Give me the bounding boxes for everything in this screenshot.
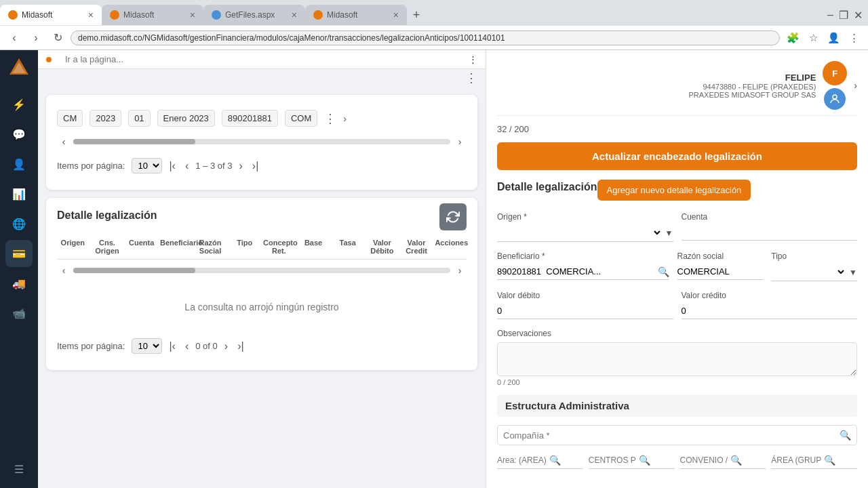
dots-menu-1[interactable]: ⋮ (465, 72, 477, 84)
tipo-dropdown[interactable]: ▼ (771, 264, 857, 281)
user-icon (829, 93, 841, 105)
first-page-btn-top[interactable]: |‹ (166, 159, 178, 174)
beneficiario-search[interactable]: 🔍 (497, 264, 669, 280)
table-scroll-thumb (73, 268, 195, 273)
th-base: Base (298, 239, 330, 255)
sidebar-item-users[interactable]: 👤 (5, 150, 33, 178)
header-dots-menu[interactable]: ⋮ (469, 54, 477, 64)
cuenta-input[interactable] (682, 224, 858, 241)
area-search-btn-2[interactable]: 🔍 (639, 455, 650, 466)
sidebar-item-camera[interactable]: 📹 (5, 300, 33, 327)
next-page-btn-top[interactable]: › (236, 159, 245, 174)
th-credito: Valor Credit (401, 239, 433, 255)
origen-dropdown[interactable]: ▼ (497, 224, 673, 242)
user-id: 94473880 - FELIPE (PRAXEDES) (688, 83, 816, 91)
sidebar-item-dashboard[interactable]: ⚡ (5, 91, 33, 118)
tipo-label: Tipo (771, 251, 857, 261)
origen-chevron-icon: ▼ (665, 228, 673, 238)
record-expand-icon[interactable]: › (343, 113, 347, 124)
tab-close-1[interactable]: × (88, 9, 94, 20)
detalle-left-card: Detalle legalización Origen Cns. Origen … (46, 198, 477, 370)
origen-select[interactable] (497, 224, 663, 241)
sidebar-item-finance[interactable]: 💳 (5, 240, 33, 267)
table-scroll-left-btn[interactable]: ‹ (57, 265, 71, 276)
tab-3[interactable]: GetFiles.aspx × (203, 5, 305, 25)
forward-button[interactable]: › (27, 29, 45, 47)
update-header-button[interactable]: Actualizar encabezado legalización (497, 142, 857, 170)
new-tab-button[interactable]: + (407, 5, 426, 24)
compania-search-btn[interactable]: 🔍 (840, 430, 851, 441)
area-field-3: CONVENIO / 🔍 (680, 452, 766, 469)
per-page-select-bottom[interactable]: 10 25 50 (132, 338, 162, 354)
sidebar-item-messages[interactable]: 💬 (5, 121, 33, 148)
observaciones-textarea[interactable] (497, 342, 857, 376)
record-dots-menu[interactable]: ⋮ (324, 113, 336, 125)
counter-bar: 32 / 200 (497, 124, 857, 134)
first-page-btn-bottom[interactable]: |‹ (166, 339, 178, 354)
th-tasa: Tasa (332, 239, 363, 255)
profile-icon[interactable]: 👤 (825, 29, 842, 47)
compania-field[interactable]: 🔍 (497, 425, 857, 445)
tab-label-1: Midasoft (22, 10, 52, 20)
sidebar-item-menu[interactable]: ☰ (5, 455, 33, 483)
area-label-1: Area: (AREA) (497, 455, 547, 465)
valor-debito-field: Valor débito (497, 291, 673, 319)
app-header: ⋮ (38, 50, 486, 69)
area-field-2: CENTROS P 🔍 (589, 452, 675, 469)
minimize-icon[interactable]: – (827, 9, 833, 21)
add-detail-button[interactable]: Agregar nuevo detalle legalización (597, 180, 751, 201)
tab-1[interactable]: Midasoft × (0, 5, 102, 25)
scroll-right-btn[interactable]: › (453, 136, 467, 147)
area-search-btn-3[interactable]: 🔍 (730, 455, 742, 466)
tab-close-2[interactable]: × (190, 9, 195, 20)
sidebar-item-reports[interactable]: 📊 (5, 180, 33, 207)
breadcrumb-input[interactable] (57, 54, 469, 64)
tab-4[interactable]: Midasoft × (305, 5, 407, 25)
compania-input[interactable] (503, 430, 840, 441)
extensions-icon[interactable]: 🧩 (784, 29, 802, 47)
tab-favicon-2 (110, 10, 119, 20)
tab-favicon-3 (212, 10, 221, 20)
valor-debito-input[interactable] (497, 303, 673, 319)
right-panel: FELIPE 94473880 - FELIPE (PRAXEDES) PRAX… (486, 50, 868, 488)
tipo-select[interactable] (771, 264, 846, 281)
prev-page-btn-top[interactable]: ‹ (182, 159, 191, 174)
tab-close-3[interactable]: × (292, 9, 297, 20)
table-scroll-track[interactable] (73, 268, 450, 273)
beneficiario-search-btn[interactable]: 🔍 (658, 266, 669, 277)
scroll-track[interactable] (73, 139, 450, 144)
valor-credito-input[interactable] (682, 303, 858, 319)
tab-close-4[interactable]: × (393, 9, 399, 20)
refresh-button[interactable] (439, 203, 467, 230)
back-button[interactable]: ‹ (5, 29, 23, 47)
beneficiario-input[interactable] (497, 264, 658, 279)
reload-button[interactable]: ↻ (49, 29, 66, 47)
sidebar-item-network[interactable]: 🌐 (5, 210, 33, 237)
bookmark-icon[interactable]: ☆ (804, 29, 822, 47)
sidebar-item-delivery[interactable]: 🚚 (5, 270, 33, 297)
last-page-btn-top[interactable]: ›| (250, 159, 261, 174)
area-search-btn-4[interactable]: 🔍 (824, 455, 835, 466)
area-search-btn-1[interactable]: 🔍 (549, 455, 561, 466)
scroll-left-btn[interactable]: ‹ (57, 136, 71, 147)
prev-page-btn-bottom[interactable]: ‹ (182, 339, 191, 354)
th-debito: Valor Débito (366, 239, 398, 255)
th-origen: Origen (57, 239, 89, 255)
items-label-top: Items por página: (57, 161, 125, 171)
razon-social-label: Razón social (677, 251, 764, 261)
restore-icon[interactable]: ❐ (839, 9, 848, 22)
per-page-select-top[interactable]: 10 25 50 (132, 158, 162, 174)
detalle-left-title: Detalle legalización (57, 209, 157, 222)
next-page-btn-bottom[interactable]: › (222, 339, 231, 354)
cuenta-label: Cuenta (682, 212, 858, 222)
close-icon[interactable]: ✕ (854, 9, 863, 22)
right-panel-collapse-icon[interactable]: › (854, 80, 857, 91)
table-scroll-right-btn[interactable]: › (453, 265, 467, 276)
tab-2[interactable]: Midasoft × (102, 5, 203, 25)
area-field-1: Area: (AREA) 🔍 (497, 452, 583, 469)
user-company: PRAXEDES MIDASOFT GROUP SAS (688, 91, 816, 99)
address-input[interactable] (71, 30, 780, 45)
last-page-btn-bottom[interactable]: ›| (235, 339, 246, 354)
razon-social-input[interactable] (677, 264, 764, 280)
settings-icon[interactable]: ⋮ (845, 29, 863, 47)
